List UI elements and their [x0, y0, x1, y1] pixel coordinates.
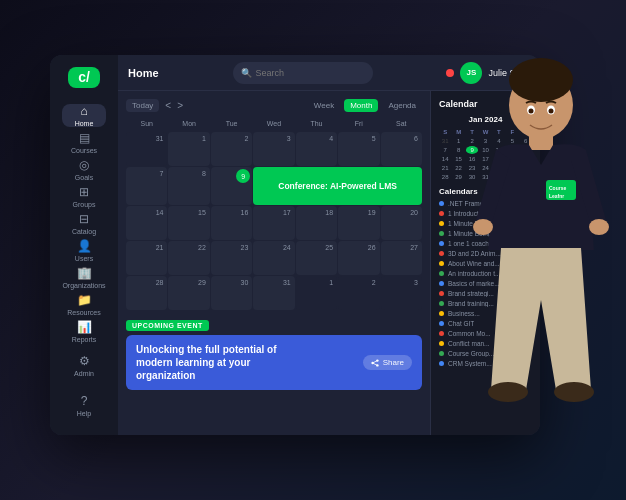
sidebar-item-catalog[interactable]: ⊟ Catalog [62, 212, 106, 235]
cal-cell-jan2[interactable]: 2 [211, 132, 252, 166]
cal-cell-jan23[interactable]: 23 [211, 241, 252, 275]
cal-dot-11 [439, 311, 444, 316]
conference-event-container: Conference: AI-Powered LMS [253, 167, 422, 205]
sidebar-item-home[interactable]: ⌂ Home [62, 104, 106, 127]
home-icon: ⌂ [80, 104, 87, 118]
cal-cell-feb2[interactable]: 2 [338, 276, 379, 310]
cal-cell-jan25[interactable]: 25 [296, 241, 337, 275]
cal-cell-jan9[interactable]: 9 [211, 167, 252, 205]
calendar-main: Today < > Week Month Agenda Sun M [118, 91, 430, 435]
sidebar-item-users[interactable]: 👤 Users [62, 239, 106, 262]
share-btn-label: Share [383, 358, 404, 367]
cal-cell-jan24[interactable]: 24 [253, 241, 294, 275]
share-button[interactable]: Share [363, 355, 412, 370]
sidebar-label-groups: Groups [73, 201, 96, 208]
calendar-day-headers: Sun Mon Tue Wed Thu Fri Sat [126, 118, 422, 129]
groups-icon: ⊞ [79, 185, 89, 199]
sidebar-label-admin: Admin [74, 370, 94, 377]
sidebar-item-reports[interactable]: 📊 Reports [62, 320, 106, 343]
cal-dot-12 [439, 321, 444, 326]
cal-cell-jan21[interactable]: 21 [126, 241, 167, 275]
cal-cell-jan31[interactable]: 31 [253, 276, 294, 310]
sidebar-label-courses: Courses [71, 147, 97, 154]
cal-cell-jan7[interactable]: 7 [126, 167, 167, 205]
users-icon: 👤 [77, 239, 92, 253]
cal-cell-jan22[interactable]: 22 [168, 241, 209, 275]
cal-dot-6 [439, 261, 444, 266]
sidebar-item-help[interactable]: ? Help [62, 387, 106, 423]
cal-cell-jan19[interactable]: 19 [338, 206, 379, 240]
tab-month[interactable]: Month [344, 99, 378, 112]
svg-point-10 [488, 382, 528, 402]
day-header-mon: Mon [168, 118, 209, 129]
tab-week[interactable]: Week [308, 99, 340, 112]
cal-cell-jan18[interactable]: 18 [296, 206, 337, 240]
cal-cell-jan20[interactable]: 20 [381, 206, 422, 240]
person-figure: Course Leafnr [446, 50, 626, 500]
cal-cell-feb3[interactable]: 3 [381, 276, 422, 310]
upcoming-text: Unlocking the full potential of modern l… [136, 343, 296, 382]
cal-cell-jan1[interactable]: 1 [168, 132, 209, 166]
sidebar-item-organizations[interactable]: 🏢 Organizations [62, 266, 106, 289]
search-icon: 🔍 [241, 68, 252, 78]
cal-cell-feb1[interactable]: 1 [296, 276, 337, 310]
catalog-icon: ⊟ [79, 212, 89, 226]
tab-agenda[interactable]: Agenda [382, 99, 422, 112]
calendar-grid: Sun Mon Tue Wed Thu Fri Sat 31 1 2 [126, 118, 422, 310]
svg-rect-7 [529, 130, 553, 150]
sidebar-item-groups[interactable]: ⊞ Groups [62, 185, 106, 208]
cal-cell-jan27[interactable]: 27 [381, 241, 422, 275]
view-tabs: Week Month Agenda [308, 99, 422, 112]
cal-cell-jan28[interactable]: 28 [126, 276, 167, 310]
search-bar[interactable]: 🔍 [233, 62, 373, 84]
conference-event[interactable]: Conference: AI-Powered LMS [253, 167, 422, 205]
cal-dot-3 [439, 231, 444, 236]
sidebar-label-home: Home [75, 120, 94, 127]
scene: c/ ⌂ Home ▤ Courses ◎ Goals ⊞ Groups ⊟ C… [0, 0, 626, 500]
cal-cell-jan5[interactable]: 5 [338, 132, 379, 166]
prev-arrow[interactable]: < [165, 100, 171, 111]
conference-event-title: Conference: AI-Powered LMS [278, 181, 397, 191]
cal-dot-0 [439, 201, 444, 206]
cal-cell-jan30[interactable]: 30 [211, 276, 252, 310]
cal-cell-jan15[interactable]: 15 [168, 206, 209, 240]
cal-cell-dec31[interactable]: 31 [126, 132, 167, 166]
sidebar-item-courses[interactable]: ▤ Courses [62, 131, 106, 154]
cal-cell-jan16[interactable]: 16 [211, 206, 252, 240]
search-input[interactable] [256, 68, 365, 78]
cal-dot-7 [439, 271, 444, 276]
cal-cell-jan26[interactable]: 26 [338, 241, 379, 275]
cal-cell-jan4[interactable]: 4 [296, 132, 337, 166]
svg-point-9 [589, 219, 609, 235]
cal-cell-jan14[interactable]: 14 [126, 206, 167, 240]
upcoming-section: UPCOMING EVENT Unlocking the full potent… [126, 314, 422, 390]
cal-cell-jan29[interactable]: 29 [168, 276, 209, 310]
cal-dot-15 [439, 351, 444, 356]
svg-text:Course: Course [549, 185, 566, 191]
cal-dot-1 [439, 211, 444, 216]
cal-dot-5 [439, 251, 444, 256]
cal-dot-16 [439, 361, 444, 366]
upcoming-card[interactable]: Unlocking the full potential of modern l… [126, 335, 422, 390]
sidebar-label-orgs: Organizations [62, 282, 105, 289]
today-button[interactable]: Today [126, 99, 159, 112]
next-arrow[interactable]: > [177, 100, 183, 111]
app-logo[interactable]: c/ [68, 67, 100, 88]
sidebar-label-goals: Goals [75, 174, 93, 181]
page-title: Home [128, 67, 159, 79]
cal-cell-jan8[interactable]: 8 [168, 167, 209, 205]
cal-cell-jan6[interactable]: 6 [381, 132, 422, 166]
svg-point-18 [549, 109, 554, 114]
calendar-nav: Today < > Week Month Agenda [126, 99, 422, 112]
sidebar-item-goals[interactable]: ◎ Goals [62, 158, 106, 181]
cal-cell-jan3[interactable]: 3 [253, 132, 294, 166]
sidebar-label-users: Users [75, 255, 93, 262]
svg-point-8 [473, 219, 493, 235]
goals-icon: ◎ [79, 158, 89, 172]
resources-icon: 📁 [77, 293, 92, 307]
sidebar-item-admin[interactable]: ⚙ Admin [62, 347, 106, 383]
admin-icon: ⚙ [79, 354, 90, 368]
sidebar-item-resources[interactable]: 📁 Resources [62, 293, 106, 316]
sidebar-bottom: ⚙ Admin ? Help [62, 347, 106, 423]
cal-cell-jan17[interactable]: 17 [253, 206, 294, 240]
